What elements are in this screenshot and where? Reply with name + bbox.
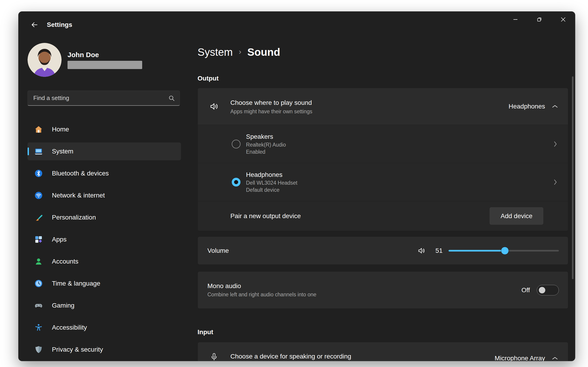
home-icon (34, 125, 43, 134)
user-profile[interactable]: John Doe (27, 43, 181, 77)
accessibility-icon (34, 323, 43, 332)
output-section-heading: Output (198, 75, 568, 82)
gaming-icon (34, 301, 43, 310)
personalization-icon (34, 213, 43, 222)
sidebar-item-label: Bluetooth & devices (52, 170, 109, 177)
accounts-icon (34, 257, 43, 266)
device-description: Realtek(R) Audio (246, 142, 549, 148)
sidebar-item-privacy-security[interactable]: Privacy & security (27, 341, 181, 359)
device-status: Default device (246, 187, 549, 193)
selected-output-device-value: Headphones (509, 103, 545, 110)
minimize-button[interactable] (503, 11, 527, 27)
play-sound-subtitle: Apps might have their own settings (230, 108, 509, 115)
page-title: Sound (247, 46, 280, 58)
bluetooth-icon (34, 169, 43, 178)
search-icon (168, 95, 175, 102)
network-icon (34, 191, 43, 200)
chevron-up-icon (552, 105, 558, 108)
settings-window: Settings (18, 11, 575, 361)
play-sound-title: Choose where to play sound (230, 98, 509, 107)
selected-input-device-value: Microphone Array (495, 355, 545, 361)
chevron-right-icon (554, 141, 557, 147)
titlebar: Settings (18, 11, 575, 34)
sidebar-item-label: Privacy & security (52, 346, 103, 353)
input-device-expander[interactable]: Choose a device for speaking or recordin… (198, 342, 568, 361)
window-title: Settings (47, 21, 72, 28)
output-device-expander: Choose where to play sound Apps might ha… (198, 88, 568, 231)
apps-icon (34, 235, 43, 244)
restore-icon (536, 17, 542, 23)
device-description: Dell WL3024 Headset (246, 180, 549, 186)
sidebar-item-label: Accessibility (52, 324, 87, 331)
volume-value: 51 (432, 247, 443, 254)
sidebar-item-label: Accounts (52, 258, 78, 265)
device-status: Enabled (246, 149, 549, 155)
volume-slider[interactable] (449, 246, 559, 255)
avatar (27, 43, 61, 77)
sidebar-nav: Home System Bluetooth & devices (27, 120, 181, 359)
arrow-left-icon (31, 21, 38, 29)
selected-indicator-pill (27, 148, 29, 155)
mono-audio-card: Mono audio Combine left and right audio … (198, 271, 568, 309)
close-button[interactable] (551, 11, 575, 27)
sidebar-item-network-internet[interactable]: Network & internet (27, 186, 181, 204)
sidebar-item-apps[interactable]: Apps (27, 231, 181, 248)
time-language-icon (34, 279, 43, 288)
maximize-button[interactable] (527, 11, 551, 27)
speaker-icon (198, 102, 230, 111)
sidebar-item-bluetooth-devices[interactable]: Bluetooth & devices (27, 165, 181, 182)
radio-speakers[interactable] (232, 140, 241, 148)
privacy-security-icon (34, 345, 43, 354)
search-box[interactable] (27, 91, 180, 106)
minimize-icon (512, 17, 519, 23)
breadcrumb-separator: › (239, 47, 241, 56)
vertical-scrollbar[interactable] (572, 76, 573, 279)
record-device-title: Choose a device for speaking or recordin… (230, 352, 495, 361)
device-name: Headphones (246, 171, 549, 178)
volume-card: Volume 51 (198, 236, 568, 265)
breadcrumb-system[interactable]: System (198, 46, 233, 58)
window-controls (503, 11, 575, 27)
radio-headphones[interactable] (232, 178, 241, 186)
system-icon (34, 147, 43, 156)
back-button[interactable] (27, 18, 41, 32)
sidebar-item-accounts[interactable]: Accounts (27, 252, 181, 270)
desktop: Settings (0, 0, 588, 367)
sidebar-item-time-language[interactable]: Time & language (27, 275, 181, 292)
output-device-row-speakers[interactable]: Speakers Realtek(R) Audio Enabled (198, 125, 568, 163)
user-name: John Doe (68, 51, 142, 59)
sidebar-item-personalization[interactable]: Personalization (27, 209, 181, 226)
output-device-row-headphones[interactable]: Headphones Dell WL3024 Headset Default d… (198, 163, 568, 201)
sidebar-item-accessibility[interactable]: Accessibility (27, 319, 181, 336)
pair-device-label: Pair a new output device (230, 212, 490, 220)
volume-slider-fill (449, 250, 505, 251)
add-device-button[interactable]: Add device (490, 207, 543, 225)
mono-audio-subtitle: Combine left and right audio channels in… (208, 292, 316, 298)
breadcrumb: System › Sound (198, 46, 568, 58)
sidebar-item-label: Personalization (52, 214, 96, 221)
play-sound-expander-header[interactable]: Choose where to play sound Apps might ha… (198, 88, 568, 125)
sidebar-item-label: Time & language (52, 280, 100, 287)
volume-slider-thumb[interactable] (501, 247, 509, 255)
volume-label: Volume (208, 247, 229, 254)
sidebar-item-system[interactable]: System (27, 142, 181, 160)
device-name: Speakers (246, 133, 549, 140)
speaker-icon[interactable] (417, 247, 426, 255)
microphone-icon (198, 352, 230, 361)
user-email-redacted (68, 61, 142, 69)
chevron-up-icon (552, 357, 558, 360)
sidebar: John Doe Home (18, 34, 181, 361)
mono-audio-state-label: Off (521, 286, 530, 294)
sidebar-item-gaming[interactable]: Gaming (27, 297, 181, 315)
close-icon (560, 16, 566, 23)
mono-audio-toggle[interactable] (537, 285, 559, 295)
sidebar-item-home[interactable]: Home (27, 120, 181, 138)
sidebar-item-label: System (52, 148, 73, 155)
search-input[interactable] (33, 94, 168, 102)
sidebar-item-label: Network & internet (52, 192, 105, 199)
sidebar-item-label: Apps (52, 236, 67, 243)
sidebar-item-label: Gaming (52, 302, 74, 309)
mono-audio-title: Mono audio (208, 282, 316, 290)
chevron-right-icon (554, 179, 557, 185)
main-content: System › Sound Output Choose where to pl… (181, 34, 575, 361)
